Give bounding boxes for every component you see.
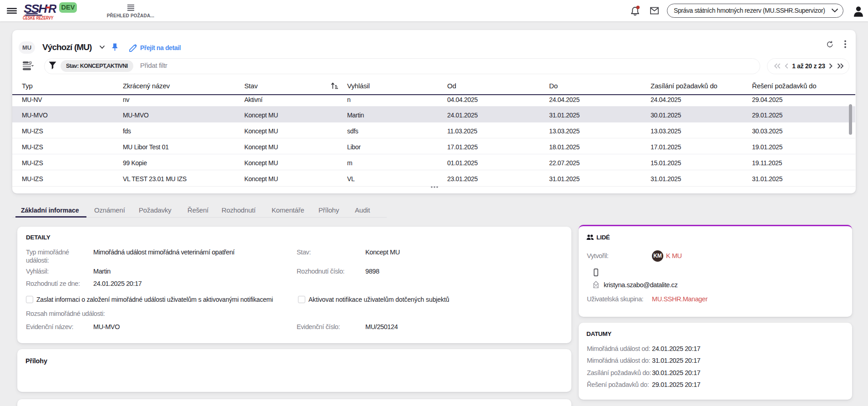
svg-text:R: R — [48, 2, 56, 15]
svg-text:ČESKÉ REZERVY: ČESKÉ REZERVY — [23, 15, 54, 20]
